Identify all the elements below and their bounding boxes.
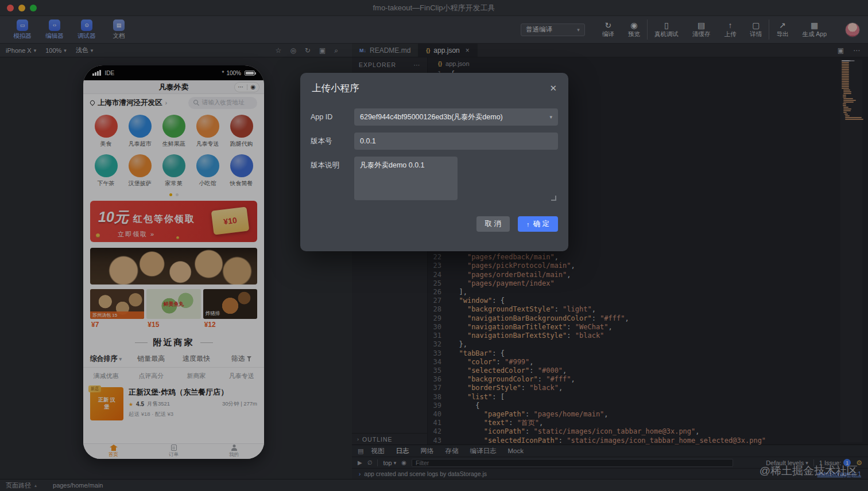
- version-desc-label: 版本说明: [311, 161, 347, 170]
- dialog-body: App ID 629ef944c4bf95000126ed3b(凡泰外卖demo…: [300, 100, 568, 209]
- version-desc-wrap: [354, 157, 558, 202]
- confirm-label: 确 定: [533, 219, 549, 229]
- confirm-button[interactable]: ↑ 确 定: [518, 216, 558, 232]
- chevron-down-icon: ▾: [549, 114, 552, 120]
- cancel-button[interactable]: 取 消: [476, 216, 510, 232]
- watermark: @稀土掘金技术社区: [760, 463, 858, 478]
- app-id-row: App ID 629ef944c4bf95000126ed3b(凡泰外卖demo…: [311, 108, 558, 126]
- app-id-value: 629ef944c4bf95000126ed3b(凡泰外卖demo): [360, 112, 503, 122]
- close-dialog-icon[interactable]: ✕: [549, 83, 557, 93]
- upload-miniapp-dialog: 上传小程序 ✕ App ID 629ef944c4bf95000126ed3b(…: [300, 73, 568, 251]
- version-desc-textarea[interactable]: [354, 157, 458, 200]
- version-desc-row: 版本说明: [311, 157, 558, 202]
- app-id-label: App ID: [311, 113, 347, 121]
- version-row: 版本号: [311, 133, 558, 150]
- version-label: 版本号: [311, 137, 347, 146]
- version-input[interactable]: [354, 133, 558, 150]
- finclip-ide-window: fmo-takeout—FinClip小程序开发工具 ▭模拟器‹›编辑器⊙调试器…: [0, 0, 868, 491]
- dialog-footer: 取 消 ↑ 确 定: [300, 209, 568, 232]
- dialog-title: 上传小程序: [312, 82, 359, 95]
- dialog-header: 上传小程序 ✕: [300, 73, 568, 100]
- app-id-select[interactable]: 629ef944c4bf95000126ed3b(凡泰外卖demo) ▾: [354, 108, 558, 126]
- upload-icon: ↑: [526, 221, 530, 228]
